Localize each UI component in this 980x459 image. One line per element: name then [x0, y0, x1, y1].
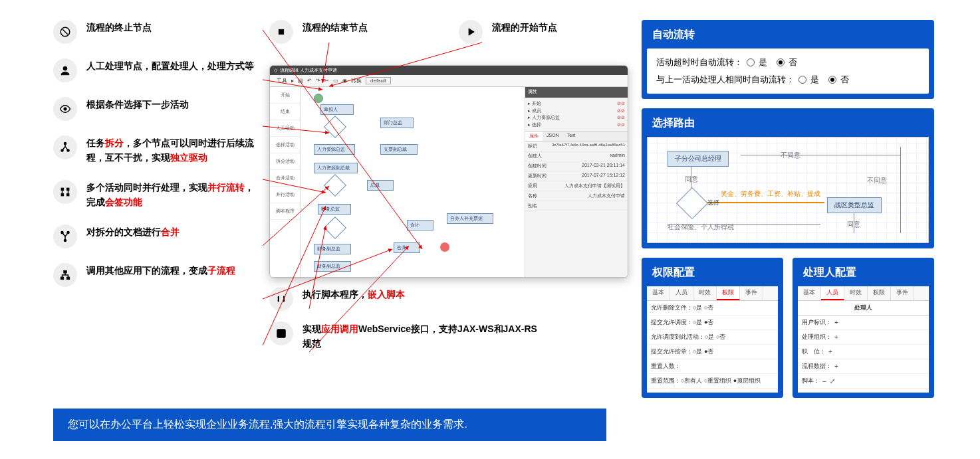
card-route: 选择路由 子分公司总经理 选择 战区类型总监 不同意 同意 奖金、劳务费、工资、… [642, 108, 934, 248]
card-auto-flow: 自动流转 活动超时时自动流转：是 否 与上一活动处理人相同时自动流转：是 否 [642, 20, 934, 99]
feature-merge: 对拆分的文档进行合并 [53, 225, 256, 248]
user-icon [53, 58, 77, 82]
stop-icon [53, 20, 77, 44]
config-row: 用户标识：+ [798, 316, 929, 330]
svg-point-33 [279, 330, 279, 331]
feature-text: 实现应用调用WebService接口，支持JAX-WS和JAX-RS规范 [303, 321, 542, 351]
svg-point-3 [64, 108, 67, 111]
svg-point-34 [280, 330, 281, 331]
feature-text: 根据条件选择下一步活动 [86, 97, 189, 112]
feature-script: 执行脚本程序，嵌入脚本 [269, 287, 628, 311]
tabs: 基本人员时效权限事件 [798, 286, 929, 301]
card-title: 选择路由 [647, 114, 929, 137]
tree-icon [53, 263, 77, 287]
card-permission: 权限配置 基本人员时效权限事件 允许删除文件：○是 ○否 提交允许调度：○是 ●… [642, 258, 783, 398]
feature-start: 流程的开始节点 [459, 20, 628, 44]
feature-subprocess: 调用其他应用下的流程，变成子流程 [53, 263, 256, 287]
eye-icon [53, 97, 77, 121]
svg-rect-16 [64, 270, 67, 273]
feature-text: 多个活动同时并行处理，实现并行流转，完成会签功能 [86, 180, 256, 210]
tab[interactable]: 事件 [740, 286, 763, 300]
tool-palette: 开始结束人工活动选择活动拆分活动合并活动并行活动脚本程序 [270, 87, 301, 277]
tab[interactable]: 时效 [844, 286, 868, 300]
route-diagram: 子分公司总经理 选择 战区类型总监 不同意 同意 奖金、劳务费、工资、补贴、提成… [647, 137, 929, 243]
square-icon [269, 20, 293, 44]
config-row: 是否允许拒绝：○是 ○否 [647, 389, 778, 393]
svg-rect-18 [66, 277, 70, 280]
summary-banner: 您可以在办公平台上轻松实现企业业务流程,强大的流程引擎实现各种复杂的业务需求. [53, 409, 606, 441]
config-row: 允许调度到此活动：○是 ○否 [647, 330, 778, 345]
svg-rect-17 [61, 277, 64, 280]
svg-point-15 [64, 239, 66, 241]
play-icon [459, 20, 483, 44]
tab[interactable]: 时效 [693, 286, 717, 300]
config-row: 提交允许调度：○是 ●否 [647, 316, 778, 330]
card-handler: 处理人配置 基本人员时效权限事件 处理人 用户标识：+ 处理组织：+ 职 位：+… [793, 258, 934, 398]
radio-no[interactable] [828, 76, 836, 84]
config-row: 脚本：– ⤢ [798, 374, 929, 389]
parallel-icon [53, 180, 77, 204]
tab[interactable]: 人员 [821, 286, 844, 300]
right-column: 自动流转 活动超时时自动流转：是 否 与上一活动处理人相同时自动流转：是 否 选… [642, 20, 934, 398]
middle-column: 流程的结束节点 流程的开始节点 ◇流程编辑 人力成本支付申请 工具▸▤↶↷✂▭◉… [269, 20, 628, 398]
auto-samehandler-row: 与上一活动处理人相同时自动流转：是 否 [656, 74, 919, 86]
radio-yes[interactable] [747, 58, 755, 66]
config-row: 处理组织：+ [798, 330, 929, 345]
tab[interactable]: 人员 [670, 286, 693, 300]
window-title: ◇流程编辑 人力成本支付申请 [270, 66, 628, 75]
config-row: 重置范围：○所有人 ○重置组织 ●顶层组织 [647, 374, 778, 389]
svg-rect-19 [279, 29, 284, 35]
config-row: 提交允许按章：○是 ●否 [647, 345, 778, 359]
svg-point-2 [63, 66, 67, 70]
left-feature-list: 流程的终止节点 人工处理节点，配置处理人，处理方式等 根据条件选择下一步活动 任… [53, 20, 256, 398]
feature-text: 任务拆分，多个节点可以同时进行后续流程，互不干扰，实现独立驱动 [86, 136, 256, 165]
feature-text: 流程的结束节点 [303, 20, 368, 35]
merge-icon [53, 225, 77, 248]
feature-text: 调用其他应用下的流程，变成子流程 [86, 263, 235, 278]
script-placeholder[interactable]: 点击此处，编写脚本代码 [798, 389, 929, 393]
split-icon [53, 136, 77, 159]
feature-split: 任务拆分，多个节点可以同时进行后续流程，互不干扰，实现独立驱动 [53, 136, 256, 165]
feature-end: 流程的结束节点 [269, 20, 439, 44]
svg-rect-9 [61, 193, 64, 196]
radio-yes[interactable] [798, 76, 806, 84]
svg-point-13 [61, 231, 63, 233]
feature-manual: 人工处理节点，配置处理人，处理方式等 [53, 58, 256, 82]
tab[interactable]: 事件 [891, 286, 914, 300]
property-panel: 属性 ▸ 开始 ⊘⊘ ▸ 成员 ⊘⊘ ▸ 人力资源总监 ⊘⊘ ▸ 选择 ⊘⊘ 属… [525, 87, 628, 277]
feature-text: 对拆分的文档进行合并 [86, 225, 180, 239]
svg-point-4 [64, 143, 66, 145]
config-row: 允许删除文件：○是 ○否 [647, 301, 778, 316]
feature-webservice: 实现应用调用WebService接口，支持JAX-WS和JAX-RS规范 [269, 321, 628, 351]
feature-terminate: 流程的终止节点 [53, 20, 256, 44]
feature-text: 人工处理节点，配置处理人，处理方式等 [86, 58, 254, 73]
card-title: 处理人配置 [798, 263, 929, 286]
card-title: 自动流转 [647, 25, 929, 48]
tab[interactable]: 权限 [717, 286, 740, 300]
workflow-canvas: 草拟人 部门总监 人力资源总监 支票副总裁 人力资源副总裁 总裁 财务总监 合计… [301, 87, 525, 277]
config-row: 重置人数： [647, 359, 778, 374]
toolbar: 工具▸▤↶↷✂▭◉转换default [270, 75, 628, 87]
card-title: 权限配置 [647, 263, 778, 286]
svg-rect-8 [66, 188, 69, 191]
feature-text: 流程的终止节点 [86, 20, 152, 35]
feature-parallel: 多个活动同时并行处理，实现并行流转，完成会签功能 [53, 180, 256, 210]
section-title: 处理人 [798, 301, 929, 316]
tab[interactable]: 基本 [647, 286, 670, 300]
svg-rect-10 [66, 193, 69, 196]
tab[interactable]: 权限 [868, 286, 891, 300]
auto-timeout-row: 活动超时时自动流转：是 否 [656, 56, 919, 68]
radio-no[interactable] [777, 58, 785, 66]
feature-text: 流程的开始节点 [492, 20, 557, 35]
feature-condition: 根据条件选择下一步活动 [53, 97, 256, 121]
config-row: 流程数据：+ [798, 359, 929, 374]
tabs: 基本人员时效权限事件 [647, 286, 778, 301]
code-icon [269, 287, 293, 311]
config-row: 职 位：+ [798, 345, 929, 359]
window-icon [269, 321, 293, 345]
svg-rect-7 [61, 188, 64, 191]
svg-point-6 [67, 149, 69, 151]
workflow-editor-screenshot: ◇流程编辑 人力成本支付申请 工具▸▤↶↷✂▭◉转换default 开始结束人工… [269, 65, 628, 278]
svg-line-1 [62, 29, 68, 35]
tab[interactable]: 基本 [798, 286, 821, 300]
